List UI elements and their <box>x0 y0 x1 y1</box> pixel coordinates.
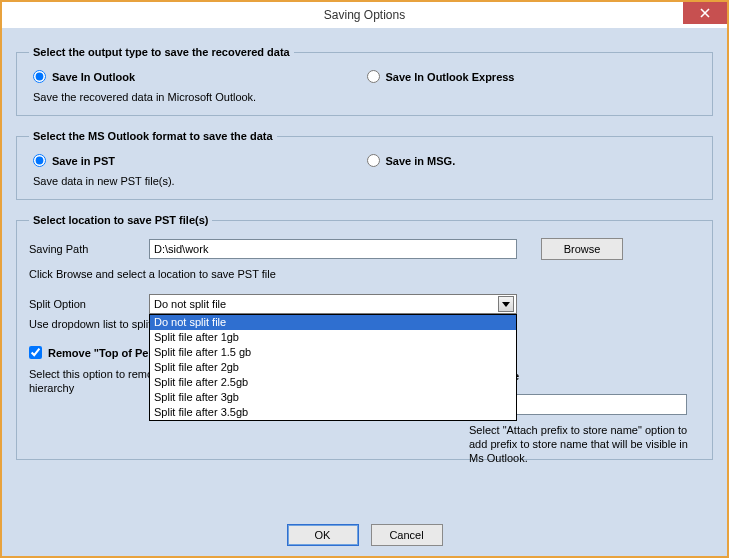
radio-save-pst-input[interactable] <box>33 154 46 167</box>
radio-save-pst-label: Save in PST <box>52 155 115 167</box>
split-option-combobox[interactable]: Do not split file <box>149 294 517 314</box>
split-option-item[interactable]: Split file after 2.5gb <box>150 375 516 390</box>
split-option-item[interactable]: Split file after 3gb <box>150 390 516 405</box>
titlebar: Saving Options <box>2 2 727 28</box>
split-option-selected: Do not split file <box>154 298 226 310</box>
radio-save-outlook-input[interactable] <box>33 70 46 83</box>
ok-button[interactable]: OK <box>287 524 359 546</box>
remove-top-checkbox[interactable] <box>29 346 42 359</box>
chevron-down-icon[interactable] <box>498 296 514 312</box>
close-icon <box>700 8 710 18</box>
cancel-button[interactable]: Cancel <box>371 524 443 546</box>
saving-path-input[interactable] <box>149 239 517 259</box>
saving-path-hint: Click Browse and select a location to sa… <box>29 268 700 280</box>
split-option-item[interactable]: Split file after 3.5gb <box>150 405 516 420</box>
radio-save-outlook-label: Save In Outlook <box>52 71 135 83</box>
radio-save-outlook-express-input[interactable] <box>367 70 380 83</box>
split-option-item[interactable]: Split file after 1gb <box>150 330 516 345</box>
group-location: Select location to save PST file(s) Savi… <box>16 214 713 460</box>
close-button[interactable] <box>683 2 727 24</box>
group-format-legend: Select the MS Outlook format to save the… <box>29 130 277 142</box>
group-output-type: Select the output type to save the recov… <box>16 46 713 116</box>
group-output-legend: Select the output type to save the recov… <box>29 46 294 58</box>
split-option-item[interactable]: Do not split file <box>150 315 516 330</box>
split-option-item[interactable]: Split file after 2gb <box>150 360 516 375</box>
remove-top-label: Remove "Top of Pers <box>48 347 159 359</box>
split-option-dropdown[interactable]: Do not split fileSplit file after 1gbSpl… <box>149 314 517 421</box>
radio-save-msg-input[interactable] <box>367 154 380 167</box>
radio-save-msg-label: Save in MSG. <box>386 155 456 167</box>
client-area: Select the output type to save the recov… <box>2 28 727 556</box>
radio-save-outlook-express[interactable]: Save In Outlook Express <box>367 70 701 83</box>
radio-save-outlook-express-label: Save In Outlook Express <box>386 71 515 83</box>
output-desc: Save the recovered data in Microsoft Out… <box>33 91 367 103</box>
group-format: Select the MS Outlook format to save the… <box>16 130 713 200</box>
radio-save-msg[interactable]: Save in MSG. <box>367 154 701 167</box>
prefix-help-text: Select "Attach prefix to store name" opt… <box>469 423 695 465</box>
browse-button[interactable]: Browse <box>541 238 623 260</box>
group-location-legend: Select location to save PST file(s) <box>29 214 212 226</box>
radio-save-pst[interactable]: Save in PST <box>33 154 367 167</box>
format-desc: Save data in new PST file(s). <box>33 175 367 187</box>
saving-path-label: Saving Path <box>29 243 149 255</box>
split-option-item[interactable]: Split file after 1.5 gb <box>150 345 516 360</box>
split-option-label: Split Option <box>29 298 149 310</box>
dialog-button-bar: OK Cancel <box>2 524 727 546</box>
dialog-window: Saving Options Select the output type to… <box>0 0 729 558</box>
radio-save-outlook[interactable]: Save In Outlook <box>33 70 367 83</box>
window-title: Saving Options <box>324 8 405 22</box>
